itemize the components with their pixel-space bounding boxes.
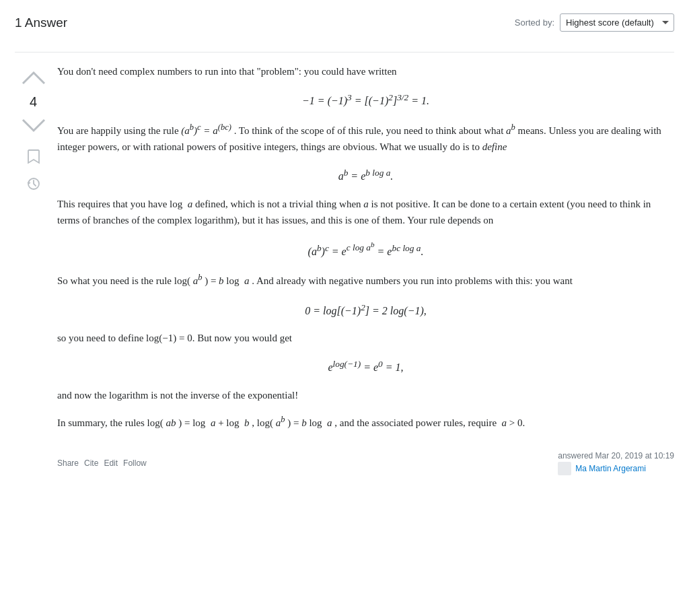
p7-math-a4: a (502, 417, 507, 428)
p3-text-b: defined, which is not a trivial thing wh… (195, 199, 363, 209)
p7-text-e: ) = (287, 417, 301, 428)
p4-math-a: a (244, 275, 250, 286)
p3-text: This requires that you have log (57, 199, 185, 209)
action-links: Share Cite Edit Follow (57, 458, 147, 468)
p6-text: and now the logarithm is not the inverse… (57, 390, 298, 401)
p4-text-d: . And already with negative numbers you … (252, 275, 573, 286)
math-block-5: elog(−1) = e0 = 1, (57, 357, 674, 376)
p7-text-g: , and the associated power rules, requir… (334, 417, 499, 428)
p4-text: So what you need is the rule log( (57, 275, 190, 286)
p7-math-a2: a (211, 417, 216, 428)
paragraph-7: In summary, the rules log( ab ) = log a … (57, 413, 674, 431)
user-name: Ma Martin Argerami (575, 464, 646, 473)
paragraph-4: So what you need is the rule log( ab ) =… (57, 271, 674, 289)
p7-math-a3: a (327, 417, 332, 428)
edit-link[interactable]: Edit (104, 458, 118, 468)
paragraph-2: You are happily using the rule (ab)c = a… (57, 121, 674, 155)
p2-define: define (482, 141, 507, 152)
math-block-3: (ab)c = ec log ab = ebc log a. (57, 239, 674, 260)
p7-math-b2: b (244, 417, 250, 428)
user-avatar (558, 462, 571, 475)
math-eq-2: ab = eb log a. (338, 170, 394, 182)
p1-text: You don't need complex numbers to run in… (57, 66, 397, 77)
answered-info: answered Mar 20, 2019 at 10:19 Ma Martin… (558, 451, 674, 475)
p7-text-b: ) = log (178, 417, 208, 428)
cite-link[interactable]: Cite (84, 458, 98, 468)
p5-text: so you need to define log(−1) = 0. But n… (57, 333, 292, 343)
sort-select[interactable]: Highest score (default) (560, 13, 674, 32)
bookmark-button[interactable] (22, 145, 46, 169)
math-eq-1: −1 = (−1)3 = [(−1)2]3/2 = 1. (302, 95, 429, 106)
sort-bar: Sorted by: Highest score (default) (515, 13, 674, 32)
p3-math-a: a (188, 199, 193, 209)
answered-date: answered Mar 20, 2019 at 10:19 (558, 451, 674, 460)
answers-title: 1 Answer (15, 15, 67, 30)
history-button[interactable] (22, 172, 46, 196)
math-block-2: ab = eb log a. (57, 166, 674, 185)
p7-text-d: , log( (252, 417, 273, 428)
action-bar: Share Cite Edit Follow answered Mar 20, … (57, 444, 674, 475)
p2-math-rule: (ab)c = a(bc) (181, 125, 231, 136)
vote-column: 4 (15, 63, 52, 475)
follow-link[interactable]: Follow (123, 458, 147, 468)
p7-text-c: + log (218, 417, 242, 428)
p7-text-f: log (309, 417, 324, 428)
math-block-1: −1 = (−1)3 = [(−1)2]3/2 = 1. (57, 90, 674, 110)
p3-math-a2: a (363, 199, 369, 209)
upvote-button[interactable] (22, 67, 46, 91)
p7-text-h: > 0. (509, 417, 525, 428)
p7-text-a: In summary, the rules log( (57, 417, 164, 428)
answer-content: You don't need complex numbers to run in… (52, 63, 674, 475)
p2-text-b: . To think of the scope of of this rule,… (234, 125, 506, 136)
page-wrapper: 1 Answer Sorted by: Highest score (defau… (15, 13, 674, 475)
p4-text-c: log (226, 275, 242, 286)
p7-math-ab2: ab (276, 417, 285, 428)
downvote-button[interactable] (22, 112, 46, 137)
share-link[interactable]: Share (57, 458, 79, 468)
p2-text: You are happily using the rule (57, 125, 181, 136)
sort-label: Sorted by: (515, 18, 554, 28)
divider (15, 52, 674, 53)
vote-count: 4 (30, 94, 37, 110)
math-eq-3: (ab)c = ec log ab = ebc log a. (308, 246, 424, 257)
math-eq-4: 0 = log[(−1)2] = 2 log(−1), (305, 305, 427, 316)
paragraph-5: so you need to define log(−1) = 0. But n… (57, 330, 674, 346)
p4-text-b: ) = (205, 275, 219, 286)
math-eq-5: elog(−1) = e0 = 1, (328, 362, 403, 373)
answer-body: You don't need complex numbers to run in… (57, 63, 674, 431)
p4-math-b: b (219, 275, 224, 286)
paragraph-1: You don't need complex numbers to run in… (57, 63, 674, 79)
paragraph-3: This requires that you have log a define… (57, 196, 674, 228)
p4-math: ab (193, 275, 203, 286)
p2-math-ab: ab (506, 125, 515, 136)
paragraph-6: and now the logarithm is not the inverse… (57, 387, 674, 403)
answers-header: 1 Answer Sorted by: Highest score (defau… (15, 13, 674, 38)
answer-container: 4 (15, 63, 674, 475)
math-block-4: 0 = log[(−1)2] = 2 log(−1), (57, 300, 674, 319)
user-info: Ma Martin Argerami (558, 462, 674, 475)
p7-math-b3: b (301, 417, 307, 428)
p7-math-ab: ab (166, 417, 176, 428)
